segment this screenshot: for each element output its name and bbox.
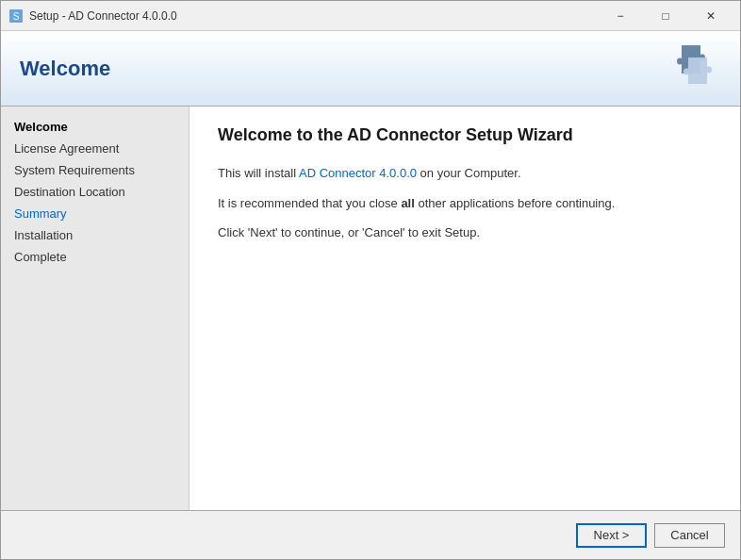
paragraph-3: Click 'Next' to continue, or 'Cancel' to… xyxy=(218,223,712,242)
cancel-button[interactable]: Cancel xyxy=(654,523,725,548)
close-button[interactable]: ✕ xyxy=(689,1,733,31)
maximize-button[interactable]: □ xyxy=(644,1,687,31)
sidebar-item-system-requirements[interactable]: System Requirements xyxy=(1,159,189,181)
main-content: Welcome License Agreement System Require… xyxy=(1,107,740,510)
p2-bold: all xyxy=(401,196,414,210)
p2-text1: It is recommended that you close xyxy=(218,196,401,210)
content-panel: Welcome to the AD Connector Setup Wizard… xyxy=(189,107,740,510)
next-button[interactable]: Next > xyxy=(576,523,647,548)
sidebar-item-welcome[interactable]: Welcome xyxy=(1,116,189,138)
header-banner: Welcome xyxy=(1,31,740,107)
footer: Next > Cancel xyxy=(1,510,740,559)
content-title: Welcome to the AD Connector Setup Wizard xyxy=(218,125,712,145)
sidebar-item-license-agreement[interactable]: License Agreement xyxy=(1,138,189,159)
sidebar: Welcome License Agreement System Require… xyxy=(1,107,189,510)
sidebar-item-summary[interactable]: Summary xyxy=(1,203,189,224)
sidebar-item-complete[interactable]: Complete xyxy=(1,246,189,268)
window-title: Setup - AD Connector 4.0.0.0 xyxy=(29,9,599,23)
paragraph-1: This will install AD Connector 4.0.0.0 o… xyxy=(218,164,712,183)
minimize-button[interactable]: − xyxy=(599,1,642,31)
sidebar-item-installation[interactable]: Installation xyxy=(1,224,189,246)
setup-icon: S xyxy=(8,8,24,24)
title-bar: S Setup - AD Connector 4.0.0.0 − □ ✕ xyxy=(1,1,740,31)
svg-text:S: S xyxy=(13,11,20,22)
paragraph-2: It is recommended that you close all oth… xyxy=(218,194,712,213)
p1-text2: on your Computer. xyxy=(417,166,521,180)
p2-text2: other applications before continuing. xyxy=(415,196,615,210)
p1-highlight: AD Connector 4.0.0.0 xyxy=(299,166,417,180)
p3-text: Click 'Next' to continue, or 'Cancel' to… xyxy=(218,225,480,239)
puzzle-icon xyxy=(665,41,721,97)
sidebar-item-destination-location[interactable]: Destination Location xyxy=(1,181,189,203)
header-title: Welcome xyxy=(20,57,110,81)
window-controls: − □ ✕ xyxy=(599,1,733,31)
p1-text1: This will install xyxy=(218,166,299,180)
setup-window: S Setup - AD Connector 4.0.0.0 − □ ✕ Wel… xyxy=(0,0,741,560)
